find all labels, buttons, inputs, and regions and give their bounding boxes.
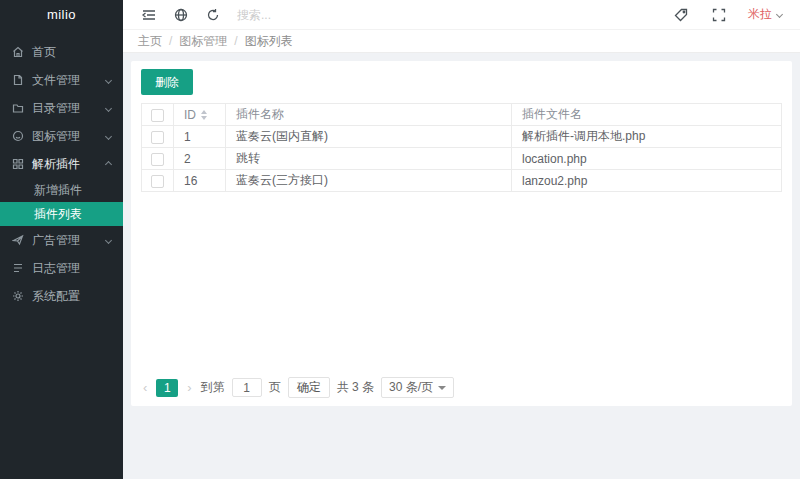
sidebar: milio 首页 文件管理 目录管理 图标管理 bbox=[0, 0, 123, 479]
breadcrumb-home[interactable]: 主页 bbox=[138, 33, 162, 50]
column-header-name: 插件名称 bbox=[226, 104, 512, 126]
card-spacer bbox=[141, 192, 782, 377]
per-page-select[interactable]: 30 条/页 bbox=[381, 377, 454, 398]
page-unit-label: 页 bbox=[269, 379, 281, 396]
log-icon bbox=[12, 262, 24, 274]
content-area: 删除 ID 插件名称 插件文件名 1 bbox=[123, 53, 800, 479]
user-menu[interactable]: 米拉 bbox=[748, 6, 782, 23]
total-count-label: 共 3 条 bbox=[337, 379, 374, 396]
refresh-icon[interactable] bbox=[197, 0, 229, 30]
cell-file: lanzou2.php bbox=[512, 170, 782, 192]
sidebar-item-label: 系统配置 bbox=[32, 288, 80, 305]
cell-id: 16 bbox=[174, 170, 226, 192]
row-checkbox[interactable] bbox=[151, 153, 164, 166]
table-row: 2 跳转 location.php bbox=[142, 148, 782, 170]
table-row: 16 蓝奏云(三方接口) lanzou2.php bbox=[142, 170, 782, 192]
app-logo: milio bbox=[0, 0, 123, 30]
globe-icon[interactable] bbox=[165, 0, 197, 30]
goto-page-input[interactable] bbox=[232, 378, 262, 397]
sidebar-item-label: 图标管理 bbox=[32, 128, 80, 145]
fullscreen-icon[interactable] bbox=[700, 0, 738, 30]
sidebar-item-icons[interactable]: 图标管理 bbox=[0, 122, 123, 150]
smiley-icon bbox=[12, 130, 24, 142]
cell-id: 1 bbox=[174, 126, 226, 148]
sidebar-item-label: 广告管理 bbox=[32, 232, 80, 249]
home-icon bbox=[12, 46, 24, 58]
column-header-file: 插件文件名 bbox=[512, 104, 782, 126]
sidebar-submenu-plugins: 新增插件 插件列表 bbox=[0, 178, 123, 226]
chevron-down-icon bbox=[105, 236, 112, 243]
cell-name: 跳转 bbox=[226, 148, 512, 170]
sidebar-item-home[interactable]: 首页 bbox=[0, 38, 123, 66]
row-checkbox[interactable] bbox=[151, 175, 164, 188]
breadcrumb-separator: / bbox=[234, 34, 237, 48]
sidebar-subitem-label: 插件列表 bbox=[34, 207, 82, 221]
next-page-button[interactable]: › bbox=[185, 380, 193, 395]
sidebar-subitem-add-plugin[interactable]: 新增插件 bbox=[0, 178, 123, 202]
table-header-row: ID 插件名称 插件文件名 bbox=[142, 104, 782, 126]
goto-confirm-button[interactable]: 确定 bbox=[288, 377, 330, 398]
sidebar-item-label: 解析插件 bbox=[32, 156, 80, 173]
breadcrumb: 主页 / 图标管理 / 图标列表 bbox=[123, 30, 800, 53]
sidebar-item-logs[interactable]: 日志管理 bbox=[0, 254, 123, 282]
pagination: ‹ 1 › 到第 页 确定 共 3 条 30 条/页 bbox=[141, 377, 782, 398]
user-name: 米拉 bbox=[748, 6, 772, 23]
sidebar-item-label: 首页 bbox=[32, 44, 56, 61]
main-area: 米拉 主页 / 图标管理 / 图标列表 删除 ID bbox=[123, 0, 800, 479]
sidebar-item-files[interactable]: 文件管理 bbox=[0, 66, 123, 94]
caret-down-icon bbox=[438, 386, 446, 390]
cell-name: 蓝奏云(三方接口) bbox=[226, 170, 512, 192]
sidebar-nav: 首页 文件管理 目录管理 图标管理 解 bbox=[0, 30, 123, 310]
sidebar-item-settings[interactable]: 系统配置 bbox=[0, 282, 123, 310]
file-icon bbox=[12, 74, 24, 86]
topbar: 米拉 bbox=[123, 0, 800, 30]
sidebar-subitem-plugin-list[interactable]: 插件列表 bbox=[0, 202, 123, 226]
sidebar-subitem-label: 新增插件 bbox=[34, 183, 82, 197]
goto-label: 到第 bbox=[201, 379, 225, 396]
cell-file: 解析插件-调用本地.php bbox=[512, 126, 782, 148]
table-row: 1 蓝奏云(国内直解) 解析插件-调用本地.php bbox=[142, 126, 782, 148]
column-header-id: ID bbox=[184, 108, 196, 122]
collapse-menu-icon[interactable] bbox=[133, 0, 165, 30]
sidebar-item-label: 日志管理 bbox=[32, 260, 80, 277]
folder-icon bbox=[12, 102, 24, 114]
megaphone-icon bbox=[12, 234, 24, 246]
chevron-down-icon bbox=[105, 132, 112, 139]
topbar-right: 米拉 bbox=[662, 0, 790, 30]
cell-name: 蓝奏云(国内直解) bbox=[226, 126, 512, 148]
puzzle-icon bbox=[12, 158, 24, 170]
chevron-down-icon bbox=[105, 104, 112, 111]
breadcrumb-current: 图标列表 bbox=[245, 33, 293, 50]
prev-page-button[interactable]: ‹ bbox=[141, 380, 149, 395]
current-page-button[interactable]: 1 bbox=[156, 379, 178, 397]
select-all-checkbox[interactable] bbox=[151, 109, 164, 122]
cell-id: 2 bbox=[174, 148, 226, 170]
cell-file: location.php bbox=[512, 148, 782, 170]
per-page-label: 30 条/页 bbox=[389, 379, 433, 396]
breadcrumb-separator: / bbox=[169, 34, 172, 48]
breadcrumb-icon-manage[interactable]: 图标管理 bbox=[179, 33, 227, 50]
chevron-down-icon bbox=[105, 76, 112, 83]
plugin-table: ID 插件名称 插件文件名 1 蓝奏云(国内直解) 解析插件-调用本地.php bbox=[141, 103, 782, 192]
chevron-up-icon bbox=[105, 160, 112, 167]
tag-icon[interactable] bbox=[662, 0, 700, 30]
delete-button[interactable]: 删除 bbox=[141, 69, 193, 95]
row-checkbox[interactable] bbox=[151, 131, 164, 144]
sidebar-item-label: 目录管理 bbox=[32, 100, 80, 117]
chevron-down-icon bbox=[776, 11, 783, 18]
gear-icon bbox=[12, 290, 24, 302]
search-input[interactable] bbox=[237, 8, 367, 22]
sidebar-item-plugins[interactable]: 解析插件 bbox=[0, 150, 123, 178]
sort-icon[interactable] bbox=[201, 110, 207, 120]
sidebar-item-directory[interactable]: 目录管理 bbox=[0, 94, 123, 122]
plugin-list-card: 删除 ID 插件名称 插件文件名 1 bbox=[131, 61, 792, 406]
sidebar-item-ads[interactable]: 广告管理 bbox=[0, 226, 123, 254]
sidebar-item-label: 文件管理 bbox=[32, 72, 80, 89]
